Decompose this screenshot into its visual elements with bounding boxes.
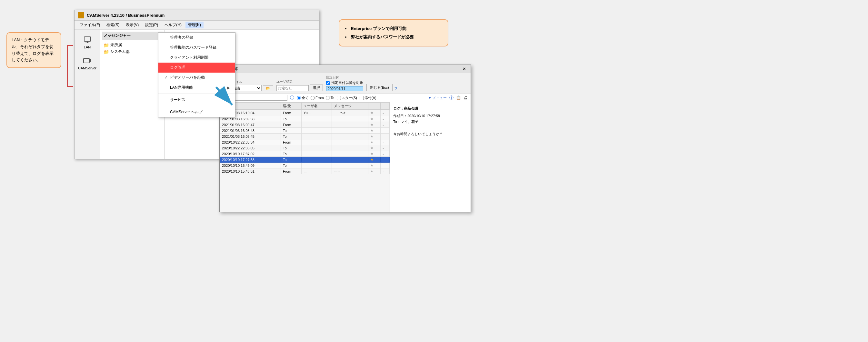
minus-button[interactable]: -	[382, 169, 384, 173]
minus-button[interactable]: -	[382, 129, 384, 133]
table-row[interactable]: 2021/01/03 16:10:04FromYu...-----へ+★-	[220, 110, 390, 116]
radio-all-label[interactable]: 全て	[297, 95, 309, 100]
table-row[interactable]: 2020/10/22 22:33:34From★-	[220, 139, 390, 145]
cell-star[interactable]: ★	[368, 168, 381, 174]
minus-button[interactable]: -	[382, 117, 384, 121]
cell-minus[interactable]: -	[381, 151, 390, 157]
star-button[interactable]: ★	[370, 146, 374, 150]
star-button[interactable]: ★	[370, 152, 374, 156]
radio-from-label[interactable]: From	[311, 96, 324, 100]
dropdown-item-client-limit[interactable]: クライアント利用制限	[158, 53, 235, 63]
cell-minus[interactable]: -	[381, 157, 390, 163]
log-dialog-close-btn[interactable]: ✕	[461, 66, 467, 71]
table-row[interactable]: 2021/01/03 16:09:58To★-	[220, 116, 390, 122]
close-esc-btn[interactable]: 閉じる(Esc)	[366, 84, 393, 91]
star-filter-label[interactable]: スター(S)	[337, 95, 357, 100]
star-button[interactable]: ★	[370, 169, 374, 173]
radio-to[interactable]	[326, 96, 330, 100]
menu-admin[interactable]: 管理(K)	[185, 22, 204, 28]
table-row[interactable]: 2020/10/10 15:48:51From...-----★-	[220, 168, 390, 174]
radio-from[interactable]	[311, 96, 315, 100]
table-row[interactable]: 2021/01/03 16:08:48To★-	[220, 128, 390, 133]
menu-settings[interactable]: 設定(P)	[143, 22, 161, 28]
minus-button[interactable]: -	[382, 141, 384, 144]
menu-file[interactable]: ファイル(F)	[77, 22, 102, 28]
menu-help[interactable]: ヘルプ(H)	[162, 22, 184, 28]
search-info-btn[interactable]: ⓘ	[290, 95, 294, 101]
select-user-btn[interactable]: 選択	[310, 85, 323, 91]
menu-view[interactable]: 表示(V)	[123, 22, 141, 28]
tree-item-label-unassigned: 未所属	[110, 42, 122, 48]
print-icon[interactable]: 🖨	[464, 95, 467, 100]
cell-minus[interactable]: -	[381, 110, 390, 116]
cell-message	[332, 116, 368, 122]
cell-star[interactable]: ★	[368, 139, 381, 145]
toolbar-help-icon[interactable]: ?	[395, 86, 397, 91]
star-button[interactable]: ★	[370, 163, 374, 167]
cell-star[interactable]: ★	[368, 151, 381, 157]
minus-button[interactable]: -	[382, 152, 384, 156]
minus-button[interactable]: -	[382, 123, 384, 127]
log-table-area[interactable]: 日時 送/受 ユーザ名 メッセージ 2021/01/03 16:10:04Fro…	[220, 102, 390, 212]
star-button[interactable]: ★	[370, 128, 374, 132]
dropdown-item-video-server[interactable]: ✓ ビデオサーバを起動	[158, 72, 235, 83]
star-button[interactable]: ★	[370, 140, 374, 144]
table-row[interactable]: 2020/10/10 17:37:02To★-	[220, 151, 390, 157]
cell-star[interactable]: ★	[368, 128, 381, 133]
table-row[interactable]: 2021/01/03 16:08:45To★-	[220, 133, 390, 139]
table-row[interactable]: 2020/10/22 22:33:05To★-	[220, 145, 390, 151]
cell-minus[interactable]: -	[381, 128, 390, 133]
minus-button[interactable]: -	[382, 146, 384, 150]
cell-star[interactable]: ★	[368, 157, 381, 163]
star-button[interactable]: ★	[370, 117, 374, 121]
menu-search[interactable]: 検索(S)	[104, 22, 122, 28]
info-icon2: ⓘ	[449, 95, 454, 101]
cell-minus[interactable]: -	[381, 116, 390, 122]
cell-minus[interactable]: -	[381, 139, 390, 145]
tree-item-system[interactable]: 📁 システム部	[102, 49, 162, 55]
cell-minus[interactable]: -	[381, 133, 390, 139]
clipboard-icon[interactable]: 📋	[456, 95, 461, 100]
table-row[interactable]: 2020/10/10 17:27:58To★-	[220, 157, 390, 163]
tree-item-unassigned[interactable]: 📁 未所属	[102, 42, 162, 49]
dropdown-item-admin-register[interactable]: 管理者の登録	[158, 33, 235, 42]
attach-filter-label[interactable]: 添付(A)	[360, 95, 376, 100]
radio-to-label[interactable]: To	[326, 96, 335, 100]
table-row[interactable]: 2021/01/03 16:09:47From★-	[220, 122, 390, 128]
cell-star[interactable]: ★	[368, 122, 381, 128]
cell-date: 2020/10/22 22:33:34	[220, 139, 281, 145]
cell-minus[interactable]: -	[381, 163, 390, 168]
minus-button[interactable]: -	[382, 134, 384, 138]
cell-star[interactable]: ★	[368, 116, 381, 122]
cell-star[interactable]: ★	[368, 110, 381, 116]
star-button[interactable]: ★	[370, 111, 374, 115]
cell-message	[332, 145, 368, 151]
table-row[interactable]: 2020/10/10 15:49:09To★-	[220, 163, 390, 168]
user-input[interactable]	[276, 85, 309, 91]
radio-all[interactable]	[297, 96, 301, 100]
star-button[interactable]: ★	[370, 123, 374, 126]
star-button[interactable]: ★	[370, 134, 374, 138]
date-checkbox-label[interactable]: 指定日付以降を対象	[326, 80, 363, 85]
minus-button[interactable]: -	[382, 163, 384, 167]
star-filter-checkbox[interactable]	[337, 96, 341, 100]
dropdown-item-password-register[interactable]: 管理機能のパスワード登録	[158, 42, 235, 53]
star-button[interactable]: ★	[370, 157, 374, 161]
menu-btn[interactable]: ▼ メニュー	[428, 95, 447, 100]
log-file-btn[interactable]: 📂	[263, 85, 273, 91]
sidebar-btn-camserver[interactable]: CAMServer	[78, 54, 97, 72]
cell-minus[interactable]: -	[381, 145, 390, 151]
minus-button[interactable]: -	[382, 111, 384, 115]
sidebar-btn-lan[interactable]: LAN	[78, 33, 97, 51]
cell-star[interactable]: ★	[368, 133, 381, 139]
cell-minus[interactable]: -	[381, 168, 390, 174]
dropdown-item-log-manage[interactable]: ログ管理	[158, 63, 235, 72]
dropdown-label-0: 管理者の登録	[170, 35, 193, 40]
cell-star[interactable]: ★	[368, 145, 381, 151]
minus-button[interactable]: -	[382, 158, 384, 162]
cell-minus[interactable]: -	[381, 122, 390, 128]
callout-right-item-0: Enterprise プランで利用可能	[345, 25, 442, 33]
cell-star[interactable]: ★	[368, 163, 381, 168]
attach-filter-checkbox[interactable]	[360, 96, 364, 100]
date-checkbox[interactable]	[326, 81, 330, 85]
